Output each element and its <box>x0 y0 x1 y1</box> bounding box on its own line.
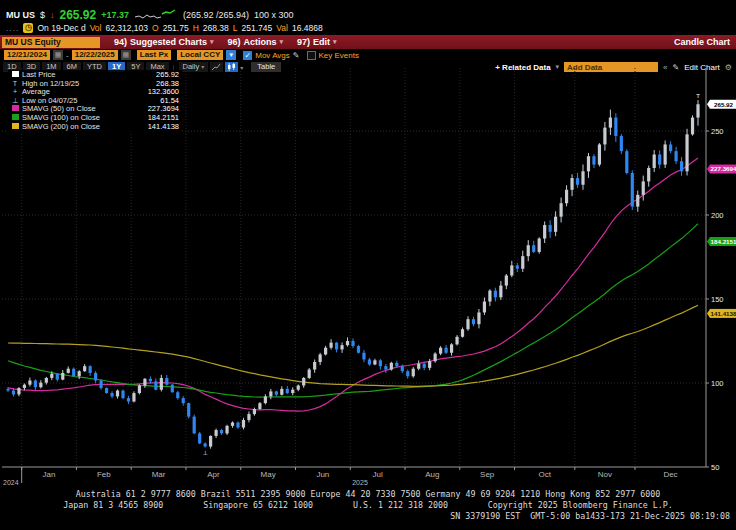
menu-edit[interactable]: 97) Edit ▾ <box>297 37 337 47</box>
chart-type-title: Candle Chart <box>674 37 730 47</box>
vol-label: Vol <box>90 23 102 33</box>
average-marker-icon: + <box>11 88 19 97</box>
price-change: +17.37 <box>101 10 129 20</box>
low-label: L <box>233 23 238 33</box>
svg-text:Mar: Mar <box>152 470 166 479</box>
mov-avgs-label[interactable]: Mov Avgs <box>255 51 290 60</box>
calendar-icon[interactable]: ▦ <box>53 50 63 60</box>
security-input[interactable]: MU US Equity <box>2 37 100 48</box>
high-value: 268.38 <box>203 23 229 33</box>
high-marker-icon: T <box>11 80 19 89</box>
last-price: 265.92 <box>60 8 97 22</box>
svg-text:Oct: Oct <box>538 470 551 479</box>
chevron-down-icon: ▾ <box>210 38 214 46</box>
smavg100-swatch <box>12 114 19 120</box>
open-label: O <box>152 23 159 33</box>
calendar-icon[interactable]: ▦ <box>121 50 131 60</box>
date-range-dash: - <box>66 51 69 60</box>
price-field-select[interactable]: Last Px <box>137 50 171 60</box>
legend-smavg-200[interactable]: SMAVG (200) on Close 141.4138 <box>11 123 179 132</box>
mov-avgs-checkbox[interactable]: ✓ <box>243 51 252 60</box>
ticker-line2: .... ◷ On 19-Dec d Vol 62,312,103 O 251.… <box>6 22 323 34</box>
low-value: 251.745 <box>242 23 273 33</box>
high-label: H <box>193 23 199 33</box>
menu-number: 96) <box>228 37 241 47</box>
svg-text:Sep: Sep <box>480 470 495 479</box>
key-events-checkbox[interactable] <box>307 51 316 60</box>
svg-text:Jan: Jan <box>43 470 56 479</box>
ticker-symbol: MU US <box>6 10 35 20</box>
svg-text:141.4138: 141.4138 <box>711 310 736 317</box>
svg-text:Feb: Feb <box>97 470 111 479</box>
svg-text:50: 50 <box>711 463 719 472</box>
svg-text:T: T <box>696 93 700 99</box>
footer-session-info: SN 3379190 EST GMT-5:00 ba1433-173 21-De… <box>0 511 736 521</box>
svg-text:⊥: ⊥ <box>203 450 208 456</box>
svg-text:150: 150 <box>711 295 724 304</box>
menu-number: 97) <box>297 37 310 47</box>
smavg200-swatch <box>12 123 19 129</box>
svg-text:265.92: 265.92 <box>714 101 733 108</box>
menu-label: Suggested Charts <box>130 37 207 47</box>
volume-value: 62,312,103 <box>105 23 148 33</box>
session-date: On 19-Dec d <box>37 23 85 33</box>
edit-mov-avgs-icon[interactable]: ✎ <box>293 51 300 60</box>
ticker-line1: MU US $ ↓ 265.92 +17.37 (265.92 /265.94)… <box>6 8 294 22</box>
svg-text:2024: 2024 <box>3 479 19 486</box>
delayed-data-icon[interactable]: ◷ <box>23 23 33 33</box>
chevron-down-icon: ▾ <box>280 38 284 46</box>
open-value: 251.75 <box>163 23 189 33</box>
bid-ask: (265.92 /265.94) <box>183 10 249 20</box>
svg-text:Apr: Apr <box>207 470 220 479</box>
price-down-arrow-icon: ↓ <box>50 10 55 20</box>
lot-size: 100 x 300 <box>254 10 294 20</box>
svg-text:200: 200 <box>711 211 724 220</box>
menu-label: Actions <box>244 37 277 47</box>
currency-dropdown-icon[interactable]: ▾ <box>226 50 236 60</box>
svg-text:250: 250 <box>711 127 724 136</box>
svg-text:227.3694: 227.3694 <box>711 165 736 172</box>
ticker-currency: $ <box>40 10 45 20</box>
title-bar: MU US Equity 94) Suggested Charts ▾ 96) … <box>0 35 736 49</box>
intraday-sparkline-icon <box>134 9 178 21</box>
svg-text:Dec: Dec <box>663 470 677 479</box>
svg-text:2025: 2025 <box>352 479 368 486</box>
svg-text:Aug: Aug <box>425 470 439 479</box>
svg-text:Nov: Nov <box>598 470 612 479</box>
chart-toolbar: 12/21/2024 ▦ - 12/22/2025 ▦ Last Px Loca… <box>0 49 736 61</box>
menu-actions[interactable]: 96) Actions ▾ <box>228 37 284 47</box>
low-marker-icon: ⊥ <box>11 97 19 106</box>
val-label: Val <box>276 23 288 33</box>
chart-legend: Last Price 265.92 T High on 12/19/25 268… <box>8 70 182 132</box>
chevron-down-icon: ▾ <box>333 38 337 46</box>
last-price-swatch <box>12 71 19 77</box>
currency-select[interactable]: Local CCY <box>177 50 223 60</box>
menu-number: 94) <box>114 37 127 47</box>
chart-area: 50100150200250JanFebMarAprMayJunJulAugSe… <box>0 68 736 486</box>
svg-text:Jul: Jul <box>373 470 383 479</box>
ellipsis: .... <box>6 23 19 33</box>
smavg50-swatch <box>12 105 19 111</box>
svg-text:Jun: Jun <box>316 470 329 479</box>
date-from-input[interactable]: 12/21/2024 <box>4 50 50 60</box>
svg-text:100: 100 <box>711 379 724 388</box>
val-value: 16.4868 <box>292 23 323 33</box>
svg-text:May: May <box>261 470 276 479</box>
date-to-input[interactable]: 12/22/2025 <box>72 50 118 60</box>
menu-label: Edit <box>313 37 330 47</box>
svg-text:184.2151: 184.2151 <box>711 238 736 245</box>
menu-suggested-charts[interactable]: 94) Suggested Charts ▾ <box>114 37 214 47</box>
footer-contacts-line2: Japan 81 3 4565 8900 Singapore 65 6212 1… <box>0 500 736 510</box>
key-events-label[interactable]: Key Events <box>319 51 359 60</box>
footer-contacts-line1: Australia 61 2 9777 8600 Brazil 5511 239… <box>0 489 736 499</box>
